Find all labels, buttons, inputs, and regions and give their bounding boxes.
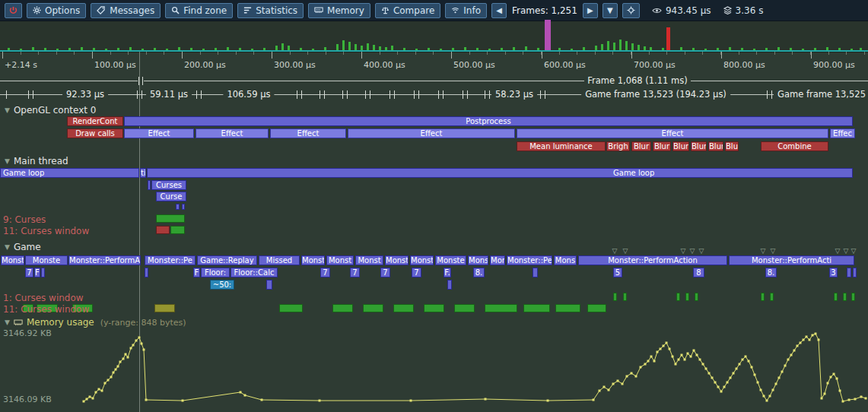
frame-histogram-bar[interactable] bbox=[239, 48, 241, 50]
timeline-zone[interactable] bbox=[332, 304, 353, 312]
frame-histogram-bar[interactable] bbox=[464, 47, 466, 50]
frame-histogram-bar[interactable] bbox=[680, 47, 682, 50]
frame-histogram-bar[interactable] bbox=[692, 48, 695, 50]
frame-histogram-bar[interactable] bbox=[666, 27, 670, 50]
frame-histogram-bar[interactable] bbox=[637, 45, 640, 50]
frame-histogram-bar[interactable] bbox=[802, 49, 804, 50]
timeline-zone[interactable]: F bbox=[34, 268, 40, 277]
timeline-zone[interactable]: Draw calls bbox=[67, 128, 123, 138]
frame-histogram-bar[interactable] bbox=[595, 46, 597, 50]
frame-histogram-bar[interactable] bbox=[275, 46, 278, 50]
message-marker-icon[interactable]: ▽ bbox=[761, 247, 766, 255]
timeline-zone[interactable]: Monst bbox=[326, 255, 354, 265]
timeline-zone[interactable]: Blur bbox=[691, 141, 707, 151]
frame-histogram-bar[interactable] bbox=[215, 48, 217, 50]
frame-histogram-bar[interactable] bbox=[403, 48, 405, 50]
timeline-zone[interactable] bbox=[176, 204, 180, 210]
collapse-icon[interactable]: ▼ bbox=[5, 319, 10, 326]
message-marker-icon[interactable]: ▽ bbox=[623, 247, 628, 255]
frame-label[interactable]: 58.23 μs bbox=[491, 89, 537, 100]
frame-histogram-bar[interactable] bbox=[81, 47, 83, 50]
timeline-zone[interactable]: Missed bbox=[259, 255, 300, 265]
frame-histogram-bar[interactable] bbox=[336, 44, 339, 50]
frame-histogram-bar[interactable] bbox=[826, 47, 828, 50]
frame-histogram-bar[interactable] bbox=[379, 46, 381, 50]
zoom-fit-button[interactable] bbox=[622, 3, 640, 18]
frame-histogram-bar[interactable] bbox=[476, 48, 479, 50]
frame-histogram-bar[interactable] bbox=[8, 48, 10, 50]
frame-histogram-bar[interactable] bbox=[154, 48, 156, 50]
frame-histogram-bar[interactable] bbox=[178, 47, 180, 50]
timeline-zone[interactable]: F bbox=[193, 268, 200, 277]
timeline-zone[interactable]: Game loop bbox=[0, 168, 139, 178]
timeline-zone[interactable]: Floor::Calc bbox=[231, 268, 278, 277]
frame-label[interactable]: 106.59 μs bbox=[223, 89, 274, 100]
frame-label[interactable]: Game frame 13,525 bbox=[774, 89, 868, 100]
frame-histogram-bar[interactable] bbox=[729, 47, 731, 50]
frame-histogram-bar[interactable] bbox=[525, 46, 527, 50]
timeline-zone[interactable] bbox=[393, 304, 414, 312]
timeline-zone[interactable]: Curse bbox=[156, 192, 186, 201]
timeline-zone[interactable] bbox=[834, 293, 838, 301]
frame-histogram-bar[interactable] bbox=[851, 49, 853, 50]
timeline-zone[interactable]: 3 bbox=[829, 268, 838, 277]
timeline-zone[interactable] bbox=[685, 293, 689, 301]
frame-histogram-bar[interactable] bbox=[662, 48, 664, 50]
timeline-zone[interactable] bbox=[695, 293, 698, 301]
timeline-zone[interactable] bbox=[363, 304, 383, 312]
frame-histogram-bar[interactable] bbox=[251, 49, 253, 50]
frame-histogram-bar[interactable] bbox=[717, 48, 719, 50]
timeline-zone[interactable] bbox=[623, 293, 627, 301]
section-main-thread-header[interactable]: ▼ Main thread bbox=[5, 156, 68, 166]
frame-histogram-bar[interactable] bbox=[571, 49, 573, 50]
timeline-zone[interactable]: Monst bbox=[301, 255, 325, 265]
lock-label[interactable]: 11: Curses window bbox=[3, 226, 89, 236]
timeline-zone[interactable] bbox=[843, 293, 847, 301]
timeline-zone[interactable]: Postprocess bbox=[124, 116, 853, 126]
frame-histogram-bar[interactable] bbox=[631, 43, 634, 50]
frame-histogram-bar[interactable] bbox=[501, 48, 503, 50]
frame-histogram-bar[interactable] bbox=[765, 48, 768, 50]
frame-histogram-bar[interactable] bbox=[452, 48, 454, 50]
timeline-zone[interactable]: Blur bbox=[672, 141, 689, 151]
timeline-zone[interactable] bbox=[523, 304, 550, 312]
timeline-zone[interactable]: Effect bbox=[270, 128, 346, 138]
timeline-zone[interactable] bbox=[447, 280, 452, 290]
find-zone-button[interactable]: Find zone bbox=[165, 3, 233, 18]
timeline-zone[interactable] bbox=[148, 180, 151, 190]
frame-histogram-bar[interactable] bbox=[263, 48, 265, 50]
frame-histogram-bar[interactable] bbox=[613, 43, 615, 50]
message-marker-icon[interactable]: ▽ bbox=[681, 247, 686, 255]
frame-histogram-bar[interactable] bbox=[860, 48, 862, 50]
frame-histogram-bar[interactable] bbox=[227, 47, 229, 50]
frame-histogram-bar[interactable] bbox=[348, 42, 351, 50]
frame-histogram-bar[interactable] bbox=[545, 20, 551, 50]
section-memory-header[interactable]: ▼ Memory usage (y-range: 848 bytes) bbox=[5, 317, 186, 328]
lock-label[interactable]: 9: Curses bbox=[3, 214, 46, 225]
frame-label[interactable]: Frame 1,068 (1.11 ms) bbox=[583, 75, 692, 86]
frame-histogram-bar[interactable] bbox=[428, 48, 430, 50]
frame-histogram-bar[interactable] bbox=[625, 41, 628, 50]
subframe-bar[interactable]: 92.33 μs59.11 μs106.59 μs58.23 μsGame fr… bbox=[0, 88, 868, 100]
message-marker-icon[interactable]: ▽ bbox=[612, 247, 618, 255]
timeline-zone[interactable]: Monster::Pe bbox=[507, 255, 552, 265]
timeline-zone[interactable]: ti bbox=[140, 168, 146, 178]
memory-usage-chart[interactable] bbox=[0, 331, 868, 410]
timeline-zone[interactable] bbox=[266, 280, 272, 290]
frame-histogram-bar[interactable] bbox=[288, 46, 290, 50]
frame-histogram-bar[interactable] bbox=[814, 48, 816, 50]
timeline-zone[interactable]: Floor: bbox=[201, 268, 230, 277]
frame-histogram-bar[interactable] bbox=[838, 48, 841, 50]
frame-histogram-bar[interactable] bbox=[300, 48, 302, 50]
timeline-zone[interactable]: Game::Replay bbox=[197, 255, 257, 265]
compare-button[interactable]: Compare bbox=[375, 3, 440, 18]
statistics-button[interactable]: Statistics bbox=[237, 3, 304, 18]
frame-set-button[interactable]: ▼ bbox=[603, 3, 618, 18]
timeline-zone[interactable] bbox=[587, 304, 606, 312]
timeline-zone[interactable]: Mon bbox=[490, 255, 505, 265]
frame-histogram-bar[interactable] bbox=[324, 47, 326, 50]
timeline-zone[interactable]: Effect bbox=[196, 128, 269, 138]
frame-histogram-bar[interactable] bbox=[44, 48, 46, 50]
timeline-zone[interactable] bbox=[170, 226, 185, 234]
timeline-zone[interactable]: 8. bbox=[765, 268, 777, 277]
